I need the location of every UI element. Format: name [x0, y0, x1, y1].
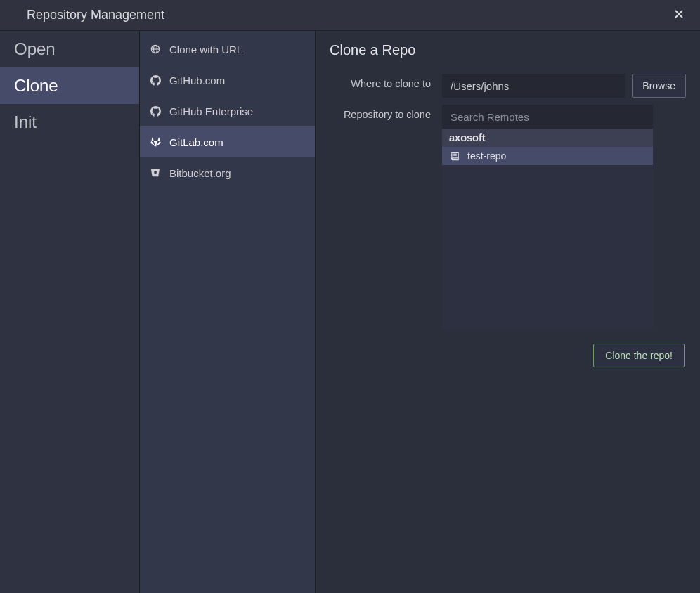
repo-list[interactable]: axosoft test-repo	[442, 129, 653, 330]
clone-repo-button[interactable]: Clone the repo!	[593, 344, 685, 367]
close-icon	[674, 9, 684, 22]
tab-open[interactable]: Open	[0, 31, 139, 67]
source-bitbucket[interactable]: Bitbucket.org	[140, 157, 315, 188]
source-label: GitLab.com	[169, 136, 223, 148]
main-panel: Clone a Repo Where to clone to Browse Re…	[316, 31, 700, 593]
github-icon	[150, 74, 161, 86]
repo-to-clone-label: Repository to clone	[330, 105, 442, 120]
repo-group-header: axosoft	[442, 129, 653, 147]
panel-title: Clone a Repo	[330, 42, 686, 58]
primary-tabs: Open Clone Init	[0, 31, 140, 593]
source-list: Clone with URL GitHub.com GitHub Enterpr…	[140, 31, 316, 593]
close-button[interactable]	[670, 7, 687, 24]
book-icon	[449, 150, 460, 162]
tab-init[interactable]: Init	[0, 104, 139, 141]
source-label: GitHub.com	[169, 74, 225, 86]
source-label: Clone with URL	[169, 44, 242, 56]
dialog-title: Repository Management	[27, 8, 164, 22]
source-label: Bitbucket.org	[169, 167, 231, 179]
source-github[interactable]: GitHub.com	[140, 65, 315, 96]
source-github-enterprise[interactable]: GitHub Enterprise	[140, 96, 315, 126]
source-label: GitHub Enterprise	[169, 105, 253, 117]
tab-clone[interactable]: Clone	[0, 67, 139, 104]
clone-path-input[interactable]	[442, 74, 625, 98]
repo-item[interactable]: test-repo	[442, 147, 653, 165]
browse-button[interactable]: Browse	[632, 74, 686, 98]
search-remotes-input[interactable]	[442, 105, 653, 129]
source-gitlab[interactable]: GitLab.com	[140, 126, 315, 157]
where-to-clone-label: Where to clone to	[330, 74, 442, 89]
source-clone-url[interactable]: Clone with URL	[140, 34, 315, 65]
globe-icon	[150, 44, 161, 55]
repo-item-name: test-repo	[467, 150, 506, 162]
gitlab-icon	[150, 136, 161, 148]
bitbucket-icon	[150, 167, 161, 178]
github-icon	[150, 105, 161, 117]
